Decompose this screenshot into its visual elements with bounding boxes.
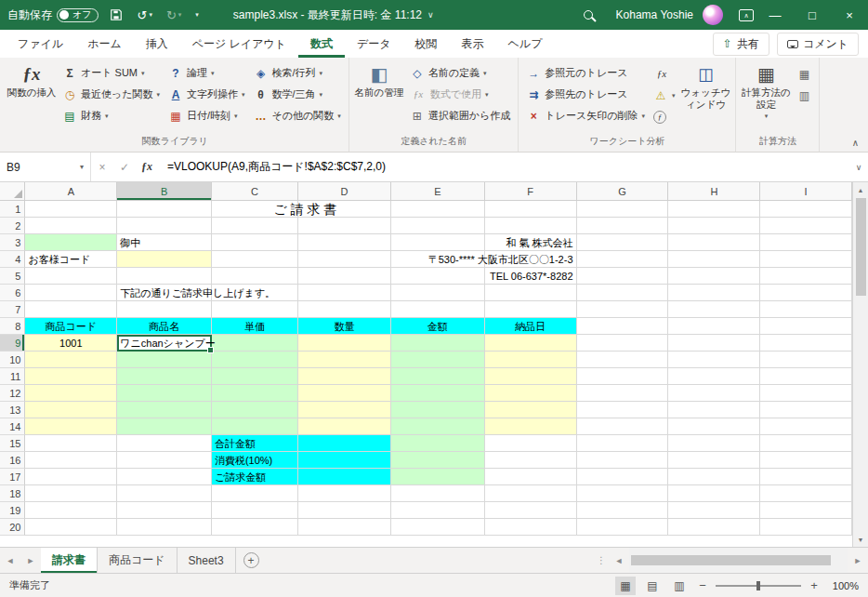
- close-button[interactable]: ×: [831, 0, 868, 30]
- column-header-B[interactable]: B: [117, 182, 212, 201]
- horizontal-scrollbar[interactable]: [629, 548, 848, 573]
- trace-precedents-button[interactable]: →参照元のトレース: [523, 62, 630, 84]
- cell-I13[interactable]: [760, 402, 852, 418]
- calculate-sheet-button[interactable]: ▥: [794, 85, 814, 106]
- scroll-up-icon[interactable]: ▲: [853, 182, 868, 197]
- cell-D11[interactable]: [298, 368, 391, 385]
- tab-data[interactable]: データ: [345, 30, 403, 58]
- cell-C16[interactable]: 消費税(10%): [212, 452, 298, 469]
- cell-C3[interactable]: [212, 234, 298, 251]
- row-header-9[interactable]: 9: [0, 335, 25, 352]
- vertical-scrollbar[interactable]: ▲ ▼: [852, 182, 868, 547]
- formula-bar-expand-icon[interactable]: ∨: [849, 153, 868, 181]
- cell-D8[interactable]: 数量: [298, 318, 391, 335]
- cell-E7[interactable]: [391, 301, 485, 318]
- cell-E11[interactable]: [391, 368, 485, 385]
- sheet-tab-product-code[interactable]: 商品コード: [98, 548, 178, 573]
- cell-B10[interactable]: [117, 352, 212, 368]
- cell-C11[interactable]: [212, 368, 298, 385]
- watch-window-button[interactable]: ◫ ウォッチウィンドウ: [680, 60, 730, 131]
- cell-E18[interactable]: [391, 485, 485, 502]
- cell-F12[interactable]: [485, 385, 577, 402]
- cell-A13[interactable]: [25, 402, 117, 418]
- zoom-in-button[interactable]: +: [808, 578, 821, 592]
- cell-D15[interactable]: [298, 435, 391, 452]
- column-header-C[interactable]: C: [212, 182, 298, 201]
- tab-scrollbar-splitter[interactable]: ⋮: [594, 548, 609, 573]
- insert-function-fx-button[interactable]: ƒx: [136, 153, 158, 181]
- row-header-18[interactable]: 18: [0, 485, 25, 502]
- row-header-1[interactable]: 1: [0, 201, 25, 218]
- cell-E20[interactable]: [391, 519, 485, 536]
- cell-E3[interactable]: [391, 234, 485, 251]
- cell-C4[interactable]: [212, 251, 298, 268]
- column-header-I[interactable]: I: [760, 182, 852, 201]
- cell-C20[interactable]: [212, 519, 298, 536]
- cell-H13[interactable]: [668, 402, 760, 418]
- cell-A18[interactable]: [25, 485, 117, 502]
- cell-C1[interactable]: ご 請 求 書: [212, 201, 298, 218]
- cell-H18[interactable]: [668, 485, 760, 502]
- cell-A8[interactable]: 商品コード: [25, 318, 117, 335]
- cell-H6[interactable]: [668, 285, 760, 301]
- cell-D12[interactable]: [298, 385, 391, 402]
- cell-C15[interactable]: 合計金額: [212, 435, 298, 452]
- tab-insert[interactable]: 挿入: [134, 30, 180, 58]
- cell-D16[interactable]: [298, 452, 391, 469]
- cell-B3[interactable]: 御中: [117, 234, 212, 251]
- cell-F3[interactable]: 和 氣 株式会社: [485, 234, 577, 251]
- cell-H16[interactable]: [668, 452, 760, 469]
- cell-E13[interactable]: [391, 402, 485, 418]
- cell-C19[interactable]: [212, 502, 298, 519]
- cell-G13[interactable]: [577, 402, 669, 418]
- row-header-8[interactable]: 8: [0, 318, 25, 335]
- save-button[interactable]: [107, 0, 125, 30]
- cell-E9[interactable]: [391, 335, 485, 352]
- cell-A3[interactable]: [25, 234, 117, 251]
- cell-G2[interactable]: [577, 218, 669, 234]
- hscroll-right-icon[interactable]: ►: [848, 548, 868, 573]
- row-header-2[interactable]: 2: [0, 218, 25, 234]
- cell-I6[interactable]: [760, 285, 852, 301]
- cell-H7[interactable]: [668, 301, 760, 318]
- column-header-A[interactable]: A: [25, 182, 117, 201]
- sheet-nav-right-icon[interactable]: ►: [20, 548, 41, 573]
- cell-A7[interactable]: [25, 301, 117, 318]
- text-functions-button[interactable]: A文字列操作▾: [165, 84, 248, 105]
- cell-D2[interactable]: [298, 218, 391, 234]
- cell-G18[interactable]: [577, 485, 669, 502]
- cell-C18[interactable]: [212, 485, 298, 502]
- cell-G17[interactable]: [577, 469, 669, 485]
- tab-file[interactable]: ファイル: [6, 30, 75, 58]
- cancel-button[interactable]: ×: [91, 153, 113, 181]
- logical-button[interactable]: ?論理▾: [165, 62, 217, 84]
- cell-A5[interactable]: [25, 268, 117, 285]
- cell-F6[interactable]: [485, 285, 577, 301]
- cell-E15[interactable]: [391, 435, 485, 452]
- use-in-formula-button[interactable]: ƒx数式で使用▾: [407, 84, 492, 105]
- remove-arrows-button[interactable]: ×トレース矢印の削除▾: [523, 105, 648, 126]
- cell-H1[interactable]: [668, 201, 760, 218]
- cell-I9[interactable]: [760, 335, 852, 352]
- cell-B2[interactable]: [117, 218, 212, 234]
- cell-F8[interactable]: 納品日: [485, 318, 577, 335]
- cell-I18[interactable]: [760, 485, 852, 502]
- cell-A17[interactable]: [25, 469, 117, 485]
- evaluate-formula-button[interactable]: ƒ: [651, 106, 669, 127]
- scroll-down-icon[interactable]: ▼: [853, 532, 868, 547]
- sheet-nav-left-icon[interactable]: ◄: [0, 548, 20, 573]
- cell-G16[interactable]: [577, 452, 669, 469]
- view-page-break-button[interactable]: ▥: [669, 577, 690, 595]
- cell-H17[interactable]: [668, 469, 760, 485]
- cell-G20[interactable]: [577, 519, 669, 536]
- row-header-20[interactable]: 20: [0, 519, 25, 536]
- cell-A9[interactable]: 1001: [25, 335, 117, 352]
- cell-E17[interactable]: [391, 469, 485, 485]
- show-formulas-button[interactable]: ƒx: [651, 63, 673, 85]
- row-header-6[interactable]: 6: [0, 285, 25, 301]
- column-header-G[interactable]: G: [577, 182, 669, 201]
- lookup-reference-button[interactable]: ◈検索/行列▾: [251, 62, 326, 84]
- cell-C12[interactable]: [212, 385, 298, 402]
- cell-G4[interactable]: [577, 251, 669, 268]
- calculation-options-button[interactable]: ▦ 計算方法の設定 ▾: [741, 60, 791, 131]
